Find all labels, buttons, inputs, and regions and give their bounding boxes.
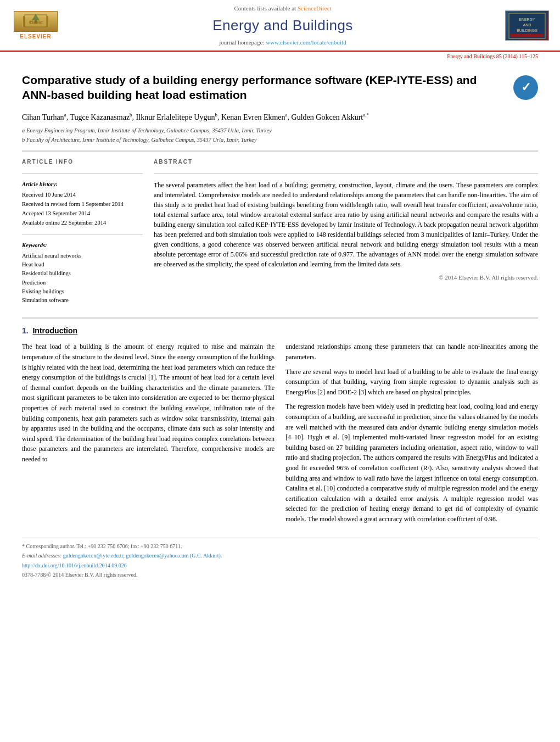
- body-left-column: The heat load of a building is the amoun…: [22, 342, 275, 528]
- section-1-title: 1. Introduction: [22, 325, 538, 336]
- keyword-2: Heat load: [22, 260, 143, 269]
- keyword-3: Residential buildings: [22, 269, 143, 277]
- affiliation-b: b Faculty of Architecture, Izmir Institu…: [22, 136, 538, 144]
- section-divider: [22, 150, 538, 152]
- section-title: Introduction: [32, 326, 77, 335]
- keywords-block: Keywords: Artificial neural networks Hea…: [22, 241, 143, 305]
- received-date: Received 10 June 2014: [22, 191, 143, 199]
- svg-rect-12: [511, 34, 544, 37]
- article-title-section: Comparative study of a building energy p…: [22, 72, 538, 103]
- copyright-notice: © 2014 Elsevier B.V. All rights reserved…: [154, 274, 538, 282]
- journal-homepage: journal homepage: www.elsevier.com/locat…: [71, 38, 494, 47]
- svg-rect-4: [47, 16, 48, 27]
- svg-text:ENERGY: ENERGY: [519, 18, 535, 21]
- keywords-list: Artificial neural networks Heat load Res…: [22, 252, 143, 304]
- body-para-3: There are several ways to model heat loa…: [285, 367, 538, 398]
- article-footer: * Corresponding author. Tel.: +90 232 75…: [22, 538, 538, 579]
- article-info-column: ARTICLE INFO Article history: Received 1…: [22, 158, 143, 311]
- svg-rect-3: [23, 16, 25, 27]
- abstract-column: ABSTRACT The several parameters affect t…: [154, 158, 538, 311]
- elsevier-logo: 𝔈𝔩𝔰𝔢𝔳𝔦𝔢𝔯 ELSEVIER: [11, 10, 60, 41]
- svg-rect-6: [35, 20, 37, 24]
- issn-line: 0378-7788/© 2014 Elsevier B.V. All right…: [22, 571, 538, 579]
- journal-name-header: Energy and Buildings: [71, 15, 494, 36]
- email-label: E-mail addresses:: [22, 553, 61, 559]
- info-divider: [22, 173, 143, 174]
- abstract-text: The several parameters affect the heat l…: [154, 180, 538, 269]
- email-note: E-mail addresses: guldengokecen@iyte.edu…: [22, 552, 538, 560]
- body-content: The heat load of a building is the amoun…: [22, 342, 538, 528]
- journal-logo-right: ENERGY AND BUILDINGS: [505, 10, 549, 41]
- accepted-date: Accepted 13 September 2014: [22, 209, 143, 217]
- elsevier-logo-image: 𝔈𝔩𝔰𝔢𝔳𝔦𝔢𝔯: [14, 11, 58, 32]
- body-right-column: understand relationships among these par…: [285, 342, 538, 528]
- info-abstract-section: ARTICLE INFO Article history: Received 1…: [22, 158, 538, 311]
- article-title: Comparative study of a building energy p…: [22, 72, 502, 103]
- body-para-2: understand relationships among these par…: [285, 342, 538, 362]
- authors-section: Cihan Turhana, Tugce Kazanasmazb, Ilknur…: [22, 111, 538, 144]
- volume-issue: Energy and Buildings 85 (2014) 115–125: [0, 52, 560, 62]
- elsevier-wordmark: ELSEVIER: [20, 33, 51, 41]
- keyword-4: Prediction: [22, 278, 143, 287]
- svg-text:BUILDINGS: BUILDINGS: [517, 29, 537, 32]
- svg-text:AND: AND: [523, 23, 531, 27]
- doi-link[interactable]: http://dx.doi.org/10.1016/j.enbuild.2014…: [22, 562, 127, 568]
- corresponding-author-note: * Corresponding author. Tel.: +90 232 75…: [22, 543, 538, 551]
- author-names: Cihan Turhana, Tugce Kazanasmazb, Ilknur…: [22, 111, 538, 123]
- keyword-1: Artificial neural networks: [22, 252, 143, 260]
- header-center: Contents lists available at ScienceDirec…: [60, 4, 505, 47]
- body-divider: [22, 317, 538, 319]
- sciencedirect-text: Contents lists available at ScienceDirec…: [71, 4, 494, 13]
- keywords-heading: Keywords:: [22, 241, 143, 249]
- body-para-1: The heat load of a building is the amoun…: [22, 342, 275, 464]
- body-para-4: The regression models have been widely u…: [285, 401, 538, 524]
- article-history-heading: Article history:: [22, 180, 143, 188]
- article-container: Comparative study of a building energy p…: [0, 62, 560, 592]
- svg-text:✓: ✓: [521, 80, 531, 94]
- affiliation-a: a Energy Engineering Program, Izmir Inst…: [22, 126, 538, 135]
- article-info-label: ARTICLE INFO: [22, 158, 143, 166]
- abstract-divider: [154, 173, 538, 174]
- journal-header: 𝔈𝔩𝔰𝔢𝔳𝔦𝔢𝔯 ELSEVIER Contents lists availab…: [0, 0, 560, 52]
- abstract-label: ABSTRACT: [154, 158, 538, 166]
- article-dates-block: Article history: Received 10 June 2014 R…: [22, 180, 143, 227]
- homepage-url[interactable]: www.elsevier.com/locate/enbuild: [266, 39, 346, 46]
- doi-line: http://dx.doi.org/10.1016/j.enbuild.2014…: [22, 562, 538, 570]
- keywords-divider: [22, 234, 143, 235]
- crossmark-badge[interactable]: ✓: [513, 75, 538, 100]
- received-revised-date: Received in revised form 1 September 201…: [22, 200, 143, 208]
- sciencedirect-link[interactable]: ScienceDirect: [298, 5, 332, 12]
- available-online-date: Available online 22 September 2014: [22, 219, 143, 227]
- keyword-5: Existing buildings: [22, 287, 143, 295]
- keyword-6: Simulation software: [22, 296, 143, 304]
- section-number: 1.: [22, 326, 29, 335]
- email-addresses[interactable]: guldengokecen@iyte.edu.tr, guldengokecen…: [63, 553, 222, 559]
